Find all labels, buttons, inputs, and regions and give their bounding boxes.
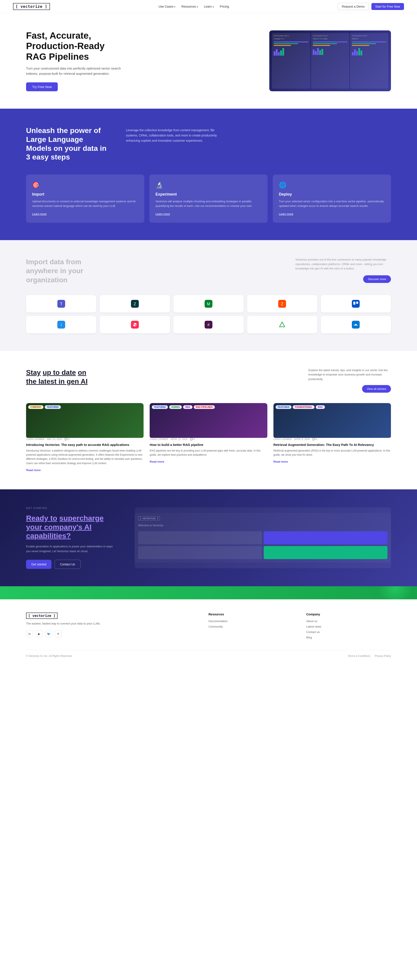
nav-use-cases[interactable]: Use Cases ▾ [159, 5, 175, 8]
blog-card-2: FEATURED GUIDES RAG RAG PIPELINES CHRIS … [150, 403, 267, 472]
svg-text:i: i [61, 323, 62, 327]
integration-teams: T [26, 295, 96, 312]
footer-logo: [ vectorize ] [26, 612, 57, 619]
svg-rect-10 [356, 302, 358, 304]
footer-bottom: © Vectorize AI, Inc. All Rights Reserved… [26, 650, 391, 657]
get-started-button[interactable]: Get started [26, 560, 51, 569]
privacy-link[interactable]: Privacy Policy [375, 654, 391, 657]
blog-excerpt-3: Retrieval augmented generation (RAG) is … [273, 449, 391, 457]
integration-google-meet: M [173, 295, 243, 312]
experiment-icon: 🔬 [155, 181, 262, 189]
nav-pricing[interactable]: Pricing [220, 5, 229, 8]
hero-cta-button[interactable]: Try Free Now [26, 82, 58, 91]
blog-section: Stay up to date on the latest in gen AI … [0, 351, 417, 489]
blog-author-2: CHRIS LATIMER [150, 438, 168, 441]
read-more-2[interactable]: Read more [150, 460, 164, 463]
telegram-icon[interactable]: ✈ [55, 630, 62, 637]
footer-resources-heading: Resources [208, 612, 293, 616]
read-more-1[interactable]: Read more [26, 468, 41, 472]
terms-link[interactable]: Terms & Conditions [348, 654, 370, 657]
svg-text:M: M [207, 302, 210, 306]
svg-rect-9 [354, 302, 355, 305]
nav-links: Use Cases ▾ Resources ▾ Learn ▾ Pricing [159, 5, 229, 8]
footer-tagline: The easiest, fastest way to connect your… [26, 622, 195, 626]
blog-comments-3: 💬 6 [312, 438, 317, 441]
tag-rag-3: RAG [316, 405, 325, 409]
nav-logo: [ vectorize ] [13, 3, 50, 10]
blog-img-1: COMPANY FEATURED [26, 403, 144, 438]
tag-featured-3: FEATURED [276, 405, 292, 409]
step-import-desc: Upload documents or connect to external … [32, 199, 138, 208]
blog-author-1: CHRIS LATIMER [26, 438, 44, 441]
footer: [ vectorize ] The easiest, fastest way t… [0, 599, 417, 664]
read-more-3[interactable]: Read more [273, 460, 288, 463]
nav-cta: Request a Demo Start for Free Now [338, 3, 404, 10]
nav-resources[interactable]: Resources ▾ [181, 5, 198, 8]
blog-card-1: COMPANY FEATURED CHRIS LATIMER MAY 14, 2… [26, 403, 144, 472]
linkedin-icon[interactable]: in [26, 630, 33, 637]
footer-contact-link[interactable]: Contact us [306, 630, 391, 634]
blog-title-1: Introducing Vectorize: The easy path to … [26, 442, 144, 447]
tag-featured-1: FEATURED [45, 405, 61, 409]
svg-text:#: # [208, 323, 209, 327]
tag-foundational-3: FOUNDATIONAL [293, 405, 314, 409]
step-import-link[interactable]: Learn more [32, 212, 46, 216]
footer-legal-links: Terms & Conditions Privacy Policy [348, 654, 391, 657]
import-heading: Import data from anywhere in your organi… [26, 258, 91, 285]
request-demo-button[interactable]: Request a Demo [338, 3, 369, 10]
import-icon: 🎯 [32, 181, 138, 189]
footer-brand: [ vectorize ] The easiest, fastest way t… [26, 612, 195, 641]
step-card-deploy: 🌐 Deploy Turn your selected vector confi… [273, 175, 391, 223]
hero-text: Fast, Accurate, Production-Ready RAG Pip… [26, 30, 122, 91]
footer-news-link[interactable]: Latest news [306, 625, 391, 628]
step-experiment-desc: Vectorize will analyze multiple chunking… [155, 199, 262, 208]
blog-date-2: APRIL 15, 2024 [171, 438, 187, 441]
import-description: Vectorize provides out of the box connec… [295, 258, 391, 271]
integration-trello [321, 295, 391, 312]
navbar: [ vectorize ] Use Cases ▾ Resources ▾ Le… [0, 0, 417, 13]
svg-text:T: T [60, 302, 62, 306]
blog-card-3: FEATURED FOUNDATIONAL RAG CHRIS LATIMER … [273, 403, 391, 472]
steps-heading: Unleash the power of Large Language Mode… [26, 126, 109, 161]
twitter-icon[interactable]: 🐦 [45, 630, 52, 637]
integration-zapier: Z [247, 295, 317, 312]
cta-heading: Ready to supercharge your company's AI c… [26, 514, 117, 540]
footer-company-col: Company About us Latest news Contact us … [306, 612, 391, 641]
tag-rag-2: RAG [183, 405, 192, 409]
blog-meta-3: CHRIS LATIMER APRIL 8, 2024 💬 6 [273, 438, 391, 441]
youtube-icon[interactable]: ▶ [36, 630, 43, 637]
blog-excerpt-2: RAG pipelines are the key to providing y… [150, 449, 267, 457]
copyright: © Vectorize AI, Inc. All Rights Reserved… [26, 654, 72, 657]
start-free-button[interactable]: Start for Free Now [371, 3, 404, 10]
svg-point-16 [135, 325, 136, 326]
import-section: Import data from anywhere in your organi… [0, 240, 417, 351]
footer-blog-link[interactable]: Blog [306, 636, 391, 639]
hero-subtext: Turn your unstructured data into perfect… [26, 66, 122, 76]
blog-author-3: CHRIS LATIMER [273, 438, 292, 441]
blog-comments-1: 💬 0 [65, 438, 70, 441]
integration-onedrive [321, 316, 391, 333]
integration-slack: # [173, 316, 243, 333]
integration-notion [100, 316, 170, 333]
nav-learn[interactable]: Learn ▾ [204, 5, 214, 8]
tag-featured-2: FEATURED [152, 405, 168, 409]
svg-rect-8 [352, 300, 360, 308]
blog-meta-1: CHRIS LATIMER MAY 14, 2024 💬 0 [26, 438, 144, 441]
cta-section: GET STARTED Ready to supercharge your co… [0, 489, 417, 587]
step-experiment-link[interactable]: Learn more [155, 212, 170, 216]
discover-more-button[interactable]: Discover more [363, 275, 391, 283]
view-all-articles-button[interactable]: View all articles [362, 385, 391, 393]
footer-about-link[interactable]: About us [306, 619, 391, 623]
footer-documentation-link[interactable]: Documentation [208, 619, 293, 623]
hero-section: Fast, Accurate, Production-Ready RAG Pip… [0, 13, 417, 109]
integration-google-drive [247, 316, 317, 333]
blog-grid: COMPANY FEATURED CHRIS LATIMER MAY 14, 2… [26, 403, 391, 472]
step-deploy-link[interactable]: Learn more [279, 212, 293, 216]
contact-us-button[interactable]: Contact Us [54, 560, 80, 569]
hero-heading: Fast, Accurate, Production-Ready RAG Pip… [26, 30, 122, 62]
tag-company-1: COMPANY [28, 405, 43, 409]
blog-description: Explore the latest trends, tips, and ins… [308, 368, 391, 382]
blog-date-3: APRIL 8, 2024 [294, 438, 310, 441]
footer-community-link[interactable]: Community [208, 625, 293, 628]
blog-img-3: FEATURED FOUNDATIONAL RAG [273, 403, 391, 438]
